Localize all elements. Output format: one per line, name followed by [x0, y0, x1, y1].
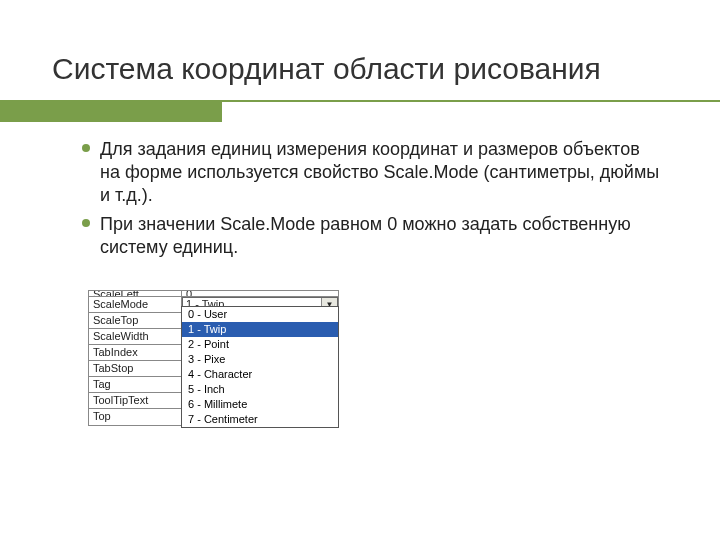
list-item: Для задания единиц измерения координат и… — [100, 138, 660, 207]
bullet-text: Для задания единиц измерения координат и… — [100, 139, 659, 205]
bullet-list: Для задания единиц измерения координат и… — [100, 138, 660, 265]
property-name: ScaleLeft — [89, 291, 182, 296]
dropdown-option-selected[interactable]: 1 - Twip — [182, 322, 338, 337]
scalemode-dropdown-list[interactable]: 0 - User 1 - Twip 2 - Point 3 - Pixe 4 -… — [181, 306, 339, 428]
property-value: 0 — [182, 291, 338, 296]
dropdown-option[interactable]: 5 - Inch — [182, 382, 338, 397]
bullet-text: При значении Scale.Mode равном 0 можно з… — [100, 214, 631, 257]
dropdown-option[interactable]: 4 - Character — [182, 367, 338, 382]
property-name: TabIndex — [89, 345, 182, 360]
bullet-dot-icon — [82, 219, 90, 227]
dropdown-option[interactable]: 0 - User — [182, 307, 338, 322]
list-item: При значении Scale.Mode равном 0 можно з… — [100, 213, 660, 259]
accent-line — [222, 100, 720, 102]
dropdown-option[interactable]: 3 - Pixe — [182, 352, 338, 367]
dropdown-option[interactable]: 6 - Millimete — [182, 397, 338, 412]
accent-bar — [0, 100, 222, 122]
property-name: ScaleWidth — [89, 329, 182, 344]
property-name: Top — [89, 409, 182, 425]
page-title: Система координат области рисования — [52, 52, 601, 86]
property-name: ScaleMode — [89, 297, 182, 312]
dropdown-option[interactable]: 7 - Centimeter — [182, 412, 338, 427]
dropdown-option[interactable]: 2 - Point — [182, 337, 338, 352]
property-name: TabStop — [89, 361, 182, 376]
bullet-dot-icon — [82, 144, 90, 152]
property-name: ToolTipText — [89, 393, 182, 408]
property-name: Tag — [89, 377, 182, 392]
property-name: ScaleTop — [89, 313, 182, 328]
